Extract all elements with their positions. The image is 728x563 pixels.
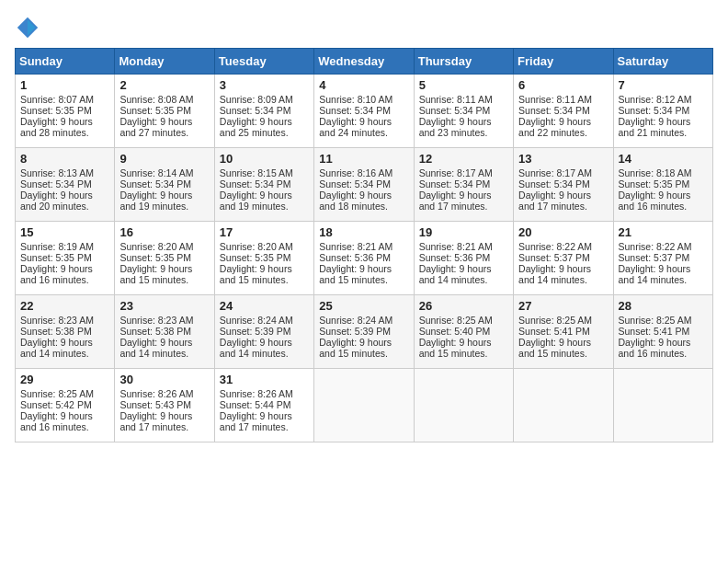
day-number: 19 (419, 225, 508, 239)
day-info-line: Sunrise: 8:08 AM (119, 94, 209, 105)
day-info-line: Daylight: 9 hours and 14 minutes. (20, 337, 109, 359)
header-cell-friday: Friday (514, 49, 613, 75)
day-info-line: Sunset: 5:34 PM (518, 105, 608, 116)
day-info-line: Daylight: 9 hours and 14 minutes. (220, 337, 309, 359)
day-cell: 30Sunrise: 8:26 AMSunset: 5:43 PMDayligh… (115, 369, 214, 442)
day-info-line: Daylight: 9 hours and 17 minutes. (119, 410, 209, 432)
day-info-line: Daylight: 9 hours and 15 minutes. (119, 263, 209, 285)
day-number: 27 (518, 299, 608, 313)
day-info-line: Sunset: 5:37 PM (518, 252, 608, 263)
day-info-line: Sunset: 5:39 PM (319, 326, 408, 337)
day-info-line: Sunset: 5:34 PM (220, 105, 309, 116)
day-cell: 6Sunrise: 8:11 AMSunset: 5:34 PMDaylight… (514, 75, 613, 148)
day-info-line: Daylight: 9 hours and 16 minutes. (20, 410, 109, 432)
day-info-line: Daylight: 9 hours and 17 minutes. (419, 190, 508, 212)
day-cell: 4Sunrise: 8:10 AMSunset: 5:34 PMDaylight… (314, 75, 414, 148)
week-row-2: 8Sunrise: 8:13 AMSunset: 5:34 PMDaylight… (16, 148, 713, 222)
day-info-line: Sunset: 5:34 PM (518, 178, 608, 190)
day-cell: 31Sunrise: 8:26 AMSunset: 5:44 PMDayligh… (214, 369, 313, 442)
day-info-line: Sunrise: 8:23 AM (119, 315, 209, 326)
day-info-line: Sunset: 5:40 PM (419, 326, 508, 337)
day-info-line: Daylight: 9 hours and 14 minutes. (419, 263, 508, 285)
day-cell: 15Sunrise: 8:19 AMSunset: 5:35 PMDayligh… (16, 222, 115, 295)
day-info-line: Sunset: 5:35 PM (220, 252, 309, 263)
day-info-line: Daylight: 9 hours and 28 minutes. (20, 116, 109, 138)
calendar-table: SundayMondayTuesdayWednesdayThursdayFrid… (15, 48, 713, 442)
day-info-line: Sunset: 5:42 PM (20, 399, 109, 410)
day-info-line: Sunset: 5:35 PM (20, 105, 109, 116)
day-info-line: Sunset: 5:34 PM (119, 178, 209, 190)
day-info-line: Sunset: 5:34 PM (419, 105, 508, 116)
day-info-line: Daylight: 9 hours and 24 minutes. (319, 116, 408, 138)
day-info-line: Daylight: 9 hours and 14 minutes. (619, 263, 708, 285)
header-cell-saturday: Saturday (613, 49, 712, 75)
day-info-line: Sunset: 5:41 PM (518, 326, 608, 337)
day-info-line: Daylight: 9 hours and 16 minutes. (20, 263, 109, 285)
day-info-line: Daylight: 9 hours and 18 minutes. (319, 190, 408, 212)
day-number: 1 (20, 78, 109, 92)
day-number: 2 (119, 78, 209, 92)
day-info-line: Sunrise: 8:20 AM (220, 241, 309, 252)
day-cell: 20Sunrise: 8:22 AMSunset: 5:37 PMDayligh… (514, 222, 613, 295)
day-number: 25 (319, 299, 408, 313)
day-info-line: Sunset: 5:36 PM (419, 252, 508, 263)
day-number: 7 (619, 78, 708, 92)
day-number: 4 (319, 78, 408, 92)
day-number: 31 (220, 373, 309, 386)
day-number: 9 (119, 152, 209, 166)
day-cell (314, 369, 414, 442)
day-info-line: Sunrise: 8:17 AM (419, 167, 508, 178)
day-cell: 18Sunrise: 8:21 AMSunset: 5:36 PMDayligh… (314, 222, 414, 295)
day-cell: 21Sunrise: 8:22 AMSunset: 5:37 PMDayligh… (613, 222, 712, 295)
week-row-5: 29Sunrise: 8:25 AMSunset: 5:42 PMDayligh… (16, 369, 713, 442)
day-number: 14 (619, 152, 708, 166)
day-info-line: Daylight: 9 hours and 14 minutes. (119, 337, 209, 359)
day-info-line: Sunrise: 8:14 AM (119, 167, 209, 178)
day-cell: 16Sunrise: 8:20 AMSunset: 5:35 PMDayligh… (115, 222, 214, 295)
day-info-line: Sunrise: 8:11 AM (419, 94, 508, 105)
day-number: 18 (319, 225, 408, 239)
day-number: 13 (518, 152, 608, 166)
day-cell: 27Sunrise: 8:25 AMSunset: 5:41 PMDayligh… (514, 295, 613, 369)
day-info-line: Sunrise: 8:25 AM (619, 315, 708, 326)
day-info-line: Daylight: 9 hours and 17 minutes. (220, 410, 309, 432)
day-info-line: Sunrise: 8:12 AM (619, 94, 708, 105)
day-number: 12 (419, 152, 508, 166)
day-info-line: Sunrise: 8:19 AM (20, 241, 109, 252)
day-info-line: Daylight: 9 hours and 15 minutes. (319, 337, 408, 359)
day-info-line: Daylight: 9 hours and 22 minutes. (518, 116, 608, 138)
day-cell: 26Sunrise: 8:25 AMSunset: 5:40 PMDayligh… (414, 295, 513, 369)
day-number: 30 (119, 373, 209, 386)
day-info-line: Daylight: 9 hours and 20 minutes. (20, 190, 109, 212)
day-info-line: Sunrise: 8:23 AM (20, 315, 109, 326)
header-cell-monday: Monday (115, 49, 214, 75)
day-info-line: Sunrise: 8:21 AM (419, 241, 508, 252)
day-number: 10 (220, 152, 309, 166)
day-info-line: Daylight: 9 hours and 16 minutes. (619, 190, 708, 212)
header-cell-tuesday: Tuesday (214, 49, 313, 75)
day-info-line: Sunrise: 8:09 AM (220, 94, 309, 105)
day-info-line: Sunrise: 8:20 AM (119, 241, 209, 252)
day-info-line: Sunset: 5:35 PM (619, 178, 708, 190)
day-number: 28 (619, 299, 708, 313)
day-info-line: Daylight: 9 hours and 25 minutes. (220, 116, 309, 138)
day-info-line: Sunrise: 8:24 AM (220, 315, 309, 326)
week-row-4: 22Sunrise: 8:23 AMSunset: 5:38 PMDayligh… (16, 295, 713, 369)
day-info-line: Daylight: 9 hours and 17 minutes. (518, 190, 608, 212)
day-cell: 10Sunrise: 8:15 AMSunset: 5:34 PMDayligh… (214, 148, 313, 222)
day-info-line: Sunrise: 8:10 AM (319, 94, 408, 105)
day-info-line: Daylight: 9 hours and 19 minutes. (119, 190, 209, 212)
day-cell: 3Sunrise: 8:09 AMSunset: 5:34 PMDaylight… (214, 75, 313, 148)
day-info-line: Sunset: 5:38 PM (20, 326, 109, 337)
calendar-body: 1Sunrise: 8:07 AMSunset: 5:35 PMDaylight… (16, 75, 713, 442)
day-info-line: Sunrise: 8:17 AM (518, 167, 608, 178)
day-cell: 14Sunrise: 8:18 AMSunset: 5:35 PMDayligh… (613, 148, 712, 222)
day-info-line: Sunset: 5:35 PM (119, 105, 209, 116)
day-info-line: Sunset: 5:35 PM (20, 252, 109, 263)
day-cell: 7Sunrise: 8:12 AMSunset: 5:34 PMDaylight… (613, 75, 712, 148)
day-info-line: Sunrise: 8:22 AM (619, 241, 708, 252)
calendar-header-row: SundayMondayTuesdayWednesdayThursdayFrid… (16, 49, 713, 75)
day-cell (514, 369, 613, 442)
day-info-line: Sunset: 5:34 PM (319, 178, 408, 190)
day-cell: 5Sunrise: 8:11 AMSunset: 5:34 PMDaylight… (414, 75, 513, 148)
